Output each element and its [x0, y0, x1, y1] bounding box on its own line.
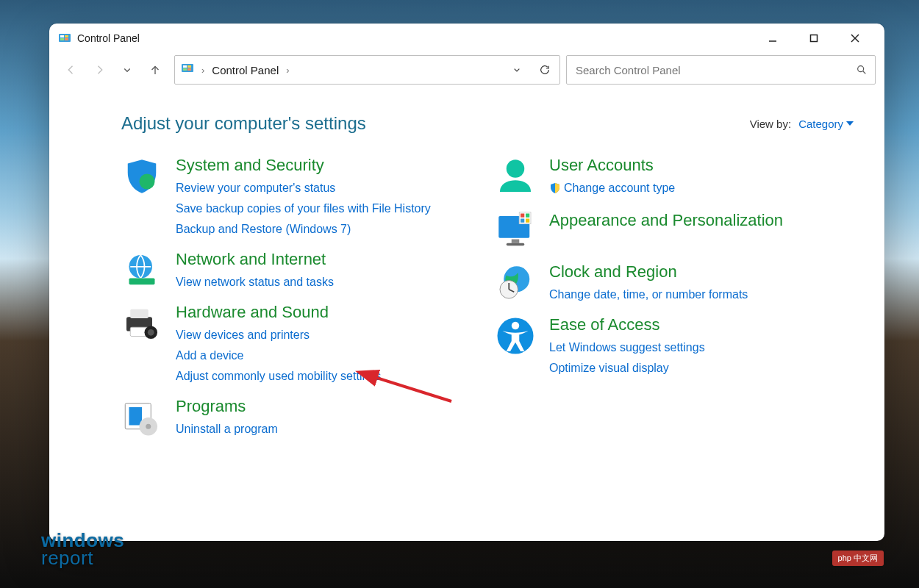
svg-rect-13	[183, 68, 187, 71]
category-appearance: Appearance and Personalization	[495, 211, 854, 252]
user-icon	[495, 156, 536, 197]
link-add-device[interactable]: Add a device	[176, 345, 381, 366]
svg-point-44	[512, 322, 520, 330]
svg-marker-17	[846, 121, 854, 126]
forward-button[interactable]	[86, 57, 112, 83]
link-uninstall-program[interactable]: Uninstall a program	[176, 419, 278, 440]
breadcrumb-icon	[181, 62, 194, 78]
search-input[interactable]	[574, 63, 856, 77]
category-title[interactable]: System and Security	[176, 156, 431, 175]
globe-icon	[121, 250, 162, 291]
svg-rect-33	[507, 243, 525, 246]
breadcrumb-root[interactable]: Control Panel	[212, 64, 279, 76]
svg-rect-32	[512, 240, 520, 243]
recent-locations-button[interactable]	[114, 57, 140, 83]
svg-rect-1	[60, 35, 64, 37]
control-panel-window: Control Panel › Control Pane	[49, 24, 884, 541]
category-hardware-sound: Hardware and Sound View devices and prin…	[121, 303, 480, 387]
view-by-control: View by: Category	[750, 118, 854, 130]
view-by-label: View by:	[750, 118, 791, 130]
svg-rect-0	[59, 34, 71, 42]
link-mobility-settings[interactable]: Adjust commonly used mobility settings	[176, 366, 381, 387]
svg-rect-38	[526, 219, 529, 223]
svg-point-29	[146, 424, 151, 429]
svg-point-25	[148, 329, 154, 336]
svg-line-16	[863, 71, 865, 74]
svg-point-18	[140, 174, 155, 190]
back-button[interactable]	[58, 57, 85, 83]
category-title[interactable]: User Accounts	[549, 156, 675, 175]
search-icon[interactable]	[856, 64, 868, 76]
clock-globe-icon	[495, 262, 536, 304]
category-title[interactable]: Ease of Access	[549, 315, 705, 334]
navigation-row: › Control Panel ›	[49, 53, 884, 94]
svg-rect-6	[811, 35, 818, 42]
close-button[interactable]	[834, 26, 876, 50]
svg-rect-37	[521, 219, 524, 223]
category-title[interactable]: Hardware and Sound	[176, 303, 381, 322]
link-change-account-type[interactable]: Change account type	[549, 178, 675, 201]
breadcrumb-separator: ›	[201, 65, 204, 76]
category-programs: Programs Uninstall a program	[121, 397, 480, 440]
breadcrumb-history-button[interactable]	[508, 61, 526, 79]
category-system-security: System and Security Review your computer…	[121, 156, 480, 240]
category-title[interactable]: Network and Internet	[176, 250, 334, 269]
link-optimize-display[interactable]: Optimize visual display	[549, 358, 705, 379]
svg-rect-27	[129, 407, 143, 426]
view-by-value: Category	[798, 118, 843, 130]
link-backup-restore[interactable]: Backup and Restore (Windows 7)	[176, 219, 431, 240]
breadcrumb-separator: ›	[286, 65, 289, 76]
page-title: Adjust your computer's settings	[121, 113, 366, 134]
svg-rect-35	[521, 214, 524, 218]
svg-rect-22	[130, 309, 149, 318]
watermark: windows report	[41, 531, 124, 567]
svg-rect-11	[183, 65, 187, 68]
link-file-history[interactable]: Save backup copies of your files with Fi…	[176, 198, 431, 219]
svg-rect-10	[182, 64, 193, 72]
shield-icon	[121, 156, 162, 197]
link-date-time-formats[interactable]: Change date, time, or number formats	[549, 284, 748, 305]
svg-point-30	[507, 159, 525, 178]
svg-rect-3	[60, 38, 64, 40]
category-user-accounts: User Accounts Change account type	[495, 156, 854, 201]
svg-point-15	[858, 66, 864, 72]
svg-rect-12	[187, 65, 191, 68]
svg-rect-36	[526, 214, 529, 218]
up-button[interactable]	[142, 57, 168, 83]
maximize-button[interactable]	[793, 26, 834, 50]
content-area: Adjust your computer's settings View by:…	[49, 94, 884, 541]
refresh-button[interactable]	[536, 61, 554, 79]
link-windows-suggest[interactable]: Let Windows suggest settings	[549, 337, 705, 358]
svg-rect-20	[129, 279, 155, 285]
svg-rect-14	[187, 68, 191, 71]
category-title[interactable]: Appearance and Personalization	[549, 211, 783, 230]
svg-rect-4	[65, 38, 68, 40]
search-box[interactable]	[566, 55, 876, 85]
category-network-internet: Network and Internet View network status…	[121, 250, 480, 293]
category-clock-region: Clock and Region Change date, time, or n…	[495, 262, 854, 305]
control-panel-app-icon	[58, 32, 71, 45]
link-devices-printers[interactable]: View devices and printers	[176, 325, 381, 345]
link-network-status[interactable]: View network status and tasks	[176, 272, 334, 293]
view-by-dropdown[interactable]: Category	[798, 118, 854, 130]
programs-icon	[121, 397, 162, 438]
printer-icon	[121, 303, 162, 344]
uac-shield-icon	[549, 180, 561, 201]
titlebar: Control Panel	[49, 24, 884, 53]
monitor-icon	[495, 211, 536, 252]
category-title[interactable]: Clock and Region	[549, 262, 748, 282]
link-review-status[interactable]: Review your computer's status	[176, 178, 431, 198]
window-title: Control Panel	[77, 32, 140, 44]
minimize-button[interactable]	[752, 26, 793, 50]
address-bar[interactable]: › Control Panel ›	[174, 55, 560, 85]
category-ease-of-access: Ease of Access Let Windows suggest setti…	[495, 315, 854, 379]
site-badge: php 中文网	[832, 551, 884, 566]
svg-rect-2	[65, 35, 68, 37]
category-title[interactable]: Programs	[176, 397, 278, 416]
accessibility-icon	[495, 315, 536, 356]
